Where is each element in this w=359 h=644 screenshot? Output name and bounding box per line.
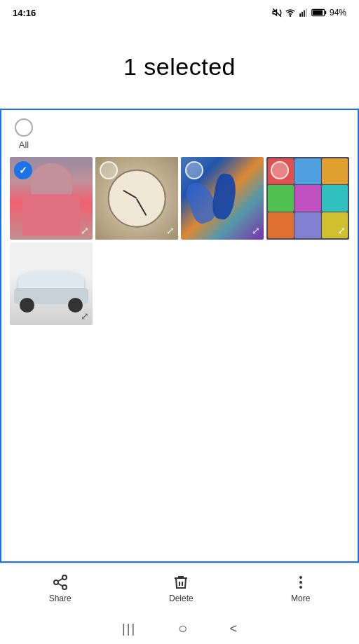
back-button[interactable]: < bbox=[229, 622, 237, 636]
select-circle-2 bbox=[100, 161, 118, 179]
grid-item-2[interactable]: ⤢ bbox=[95, 157, 178, 240]
expand-icon-2: ⤢ bbox=[166, 225, 175, 236]
svg-point-14 bbox=[299, 576, 302, 579]
bottom-nav: Share Delete More bbox=[0, 563, 359, 613]
svg-line-12 bbox=[57, 583, 62, 586]
mute-icon bbox=[272, 8, 282, 18]
all-label: All bbox=[19, 139, 29, 150]
svg-point-10 bbox=[54, 580, 58, 584]
select-circle-3 bbox=[185, 161, 203, 179]
phone-container: 14:16 bbox=[0, 0, 359, 644]
menu-button[interactable]: ||| bbox=[122, 622, 136, 636]
battery-text: 94% bbox=[330, 8, 346, 18]
grid-item-5[interactable]: ⤢ bbox=[10, 242, 93, 325]
system-nav-bar: ||| ○ < bbox=[0, 613, 359, 644]
delete-nav-item[interactable]: Delete bbox=[155, 568, 208, 609]
svg-point-16 bbox=[299, 586, 302, 589]
more-label: More bbox=[291, 594, 310, 603]
status-time: 14:16 bbox=[13, 8, 36, 18]
svg-rect-4 bbox=[304, 11, 305, 17]
more-icon bbox=[292, 574, 309, 591]
svg-point-15 bbox=[299, 581, 302, 584]
select-circle-1 bbox=[14, 161, 32, 179]
expand-icon-4: ⤢ bbox=[337, 225, 346, 236]
expand-icon-3: ⤢ bbox=[252, 225, 260, 236]
status-icons: 94% bbox=[272, 8, 346, 18]
all-selector[interactable]: All bbox=[10, 118, 38, 150]
header: 1 selected bbox=[0, 25, 359, 109]
delete-label: Delete bbox=[169, 594, 194, 603]
svg-rect-5 bbox=[306, 8, 307, 17]
signal-icon bbox=[299, 8, 309, 18]
clock-face bbox=[108, 170, 166, 228]
content-area: All ⤢ bbox=[0, 109, 359, 563]
clock-hour-hand bbox=[123, 190, 137, 199]
svg-rect-8 bbox=[325, 11, 326, 15]
delete-icon bbox=[172, 574, 189, 591]
share-label: Share bbox=[49, 594, 72, 603]
svg-point-9 bbox=[62, 575, 67, 580]
wifi-icon bbox=[285, 8, 296, 18]
svg-rect-7 bbox=[313, 10, 323, 15]
svg-point-11 bbox=[62, 585, 67, 589]
selected-count-title: 1 selected bbox=[123, 53, 236, 81]
svg-line-13 bbox=[57, 578, 62, 581]
share-icon bbox=[52, 574, 69, 591]
svg-rect-3 bbox=[302, 12, 303, 17]
grid-item-4[interactable]: ⤢ bbox=[266, 157, 349, 240]
all-circle-icon bbox=[15, 118, 33, 137]
svg-rect-2 bbox=[299, 13, 301, 17]
grid-item-1[interactable]: ⤢ bbox=[10, 157, 93, 240]
image-grid: ⤢ ⤢ ⤢ bbox=[10, 157, 349, 325]
home-button[interactable]: ○ bbox=[178, 619, 187, 638]
expand-icon-5: ⤢ bbox=[81, 310, 89, 322]
expand-icon-1: ⤢ bbox=[81, 225, 89, 236]
status-bar: 14:16 bbox=[0, 0, 359, 25]
grid-item-3[interactable]: ⤢ bbox=[181, 157, 264, 240]
more-nav-item[interactable]: More bbox=[277, 568, 324, 609]
battery-icon bbox=[311, 8, 327, 17]
select-circle-4 bbox=[271, 161, 289, 179]
svg-point-1 bbox=[290, 15, 290, 16]
clock-minute-hand bbox=[136, 198, 147, 216]
all-selector-row: All bbox=[10, 118, 349, 150]
share-nav-item[interactable]: Share bbox=[35, 568, 86, 609]
